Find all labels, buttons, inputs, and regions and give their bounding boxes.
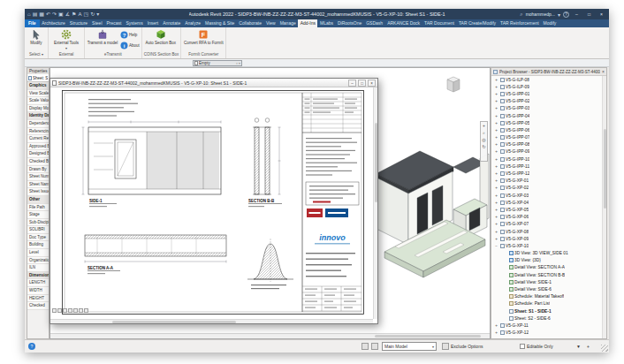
tree-expander-icon[interactable]: + [494,128,498,133]
ribbon-tab[interactable]: TAR Create/Modify [456,19,498,27]
tree-item[interactable]: Detail View: SECTION B-B [491,271,602,278]
ribbon-tab[interactable]: TAR Reinforcement [498,19,542,27]
tree-item[interactable]: 3D View: {3D} [491,257,602,264]
scale-icon[interactable] [52,308,57,313]
help-icon[interactable]: ? [563,11,569,18]
tree-expander-icon[interactable]: + [494,99,498,103]
tree-item[interactable]: + V5-G-ILP-09 [491,83,602,90]
default-3d-view-icon[interactable]: ◳ [84,11,89,18]
horizontal-scrollbar[interactable] [50,333,490,338]
tree-expander-icon[interactable]: + [494,78,498,82]
tree-item[interactable]: Sheet: S2 - SIDE-6 [491,315,602,322]
tree-expander-icon[interactable]: + [494,114,498,118]
tree-expander-icon[interactable]: + [494,92,498,96]
tree-expander-icon[interactable]: + [494,164,498,169]
tree-item[interactable]: + V5-G-IPP-04 [491,112,602,119]
design-options-icon[interactable] [371,342,378,351]
type-selector[interactable]: Sheet: S1 - SIDE-1 [27,74,49,82]
maximize-button[interactable]: □ [584,10,594,19]
qat-more-icon[interactable]: ▾ [96,11,99,18]
redo-icon[interactable]: ↷ [52,11,57,18]
close-button[interactable]: × [368,80,376,87]
property-row[interactable]: Doc Type [27,234,49,242]
vertical-scrollbar[interactable] [373,87,377,319]
property-row[interactable]: Stage [27,211,49,219]
tree-expander-icon[interactable]: + [494,330,498,335]
auto-section-box-button[interactable]: Auto Section Box [144,28,178,45]
ribbon-tab[interactable]: Collaborate [237,19,264,27]
ribbon-tab[interactable]: Steel [90,19,104,27]
tree-item[interactable]: + V5-G-IPP-12 [491,170,602,177]
sheet-canvas-area[interactable]: innovo [50,87,373,319]
ribbon-tab[interactable]: Annotate [161,19,183,27]
property-row[interactable]: Organization [27,257,49,265]
property-row[interactable]: Referencing Sheet [27,128,49,136]
tree-expander-icon[interactable]: + [494,149,498,154]
tree-expander-icon[interactable]: + [494,157,498,162]
signed-in-user[interactable]: mohammedp... [526,11,555,17]
open-icon[interactable]: ▤ [33,11,38,18]
tree-item[interactable]: Schedule: Part List [491,300,602,307]
ribbon-tab[interactable]: Modify [541,19,559,27]
tree-expander-icon[interactable]: − [494,244,498,248]
property-row[interactable]: Current Revision [27,135,49,143]
ribbon-tab[interactable]: File [25,19,40,27]
tree-expander-icon[interactable]: + [494,323,498,328]
property-row[interactable]: Other [27,196,49,204]
tree-item[interactable]: + V5-G-XP-02 [491,185,602,192]
resize-grip[interactable] [601,345,608,352]
sheet-view-window[interactable]: SIDP3-BW-INB-ZZ-ZZ-ZZ-M3-ST-44002_mohamm… [49,78,378,324]
tree-expander-icon[interactable]: + [494,237,498,241]
tree-item[interactable]: + V5-G-IPP-09 [491,148,602,155]
external-tools-button[interactable]: External Tools ▾ [50,28,82,50]
tree-item[interactable]: + V5-G-XP-09 [491,235,602,242]
workset-icon[interactable] [361,342,369,351]
print-icon[interactable]: ▣ [58,11,64,18]
user-menu-caret-icon[interactable]: ▾ [558,11,560,18]
tree-expander-icon[interactable]: + [494,142,498,147]
property-row[interactable]: Approved By [27,143,49,151]
property-row[interactable]: View Scale [27,90,49,98]
property-row[interactable]: Checked By [27,158,49,166]
restore-icon[interactable]: ▫ [236,61,237,65]
horizontal-scrollbar[interactable] [50,319,373,323]
tree-expander-icon[interactable]: + [494,121,498,125]
tree-item[interactable]: + V5-G-ILP-08 [491,76,602,83]
ribbon-tab[interactable]: Systems [124,19,145,27]
tree-item[interactable]: + V5-G-IPP-05 [491,119,602,126]
title-bar[interactable]: ⌂▤▦↶↷▣∡⚑A◳↻▾ Autodesk Revit 2022 - SIDP3… [25,9,609,19]
tree-expander-icon[interactable]: + [494,135,498,140]
tree-expander-icon[interactable]: + [494,85,498,89]
tree-expander-icon[interactable]: + [494,171,498,176]
visual-style-icon[interactable] [63,308,67,313]
property-row[interactable]: Graphics [27,82,49,90]
tree-expander-icon[interactable]: + [494,193,498,198]
property-row[interactable]: SOLIBRI [27,226,49,234]
modify-button[interactable]: Modify [27,28,46,45]
tree-expander-icon[interactable]: + [494,215,498,219]
sync-icon[interactable]: ↻ [90,11,95,18]
ribbon-tab[interactable]: Architecture [40,19,68,27]
editable-only-checkbox[interactable]: Editable Only [520,342,553,351]
property-row[interactable]: Dimensions [27,272,49,280]
detail-level-icon[interactable] [57,308,62,313]
sheet-window-titlebar[interactable]: SIDP3-BW-INB-ZZ-ZZ-ZZ-M3-ST-44002_mohamm… [50,79,377,87]
property-row[interactable]: HEIGHT [27,295,49,303]
sun-icon[interactable] [68,308,72,313]
property-row[interactable]: Drawn By [27,166,49,174]
tree-item[interactable]: + V5-G-IPP-03 [491,105,602,112]
tree-item[interactable]: + V5-G-XP-04 [491,199,602,206]
ribbon-tab[interactable]: Insert [145,19,161,27]
ribbon-tab[interactable]: Add-Ins [298,19,317,27]
tree-item[interactable]: + V5-G-XP-07 [491,221,602,228]
ribbon-tab[interactable]: DiRootsOne [336,19,364,27]
ribbon-tab[interactable]: MLabs [317,19,335,27]
property-row[interactable]: Designed By [27,150,49,158]
tree-expander-icon[interactable]: + [494,178,498,183]
tree-item[interactable]: + V5-G-IPP-07 [491,134,602,141]
help-icon[interactable]: ? [28,343,35,350]
tree-item[interactable]: + V5-G-IPP-02 [491,98,602,105]
sheet-canvas[interactable]: innovo [62,90,364,315]
tree-item[interactable]: Detail View: SIDE-6 [491,285,602,292]
property-row[interactable]: Scale Value [27,97,49,105]
